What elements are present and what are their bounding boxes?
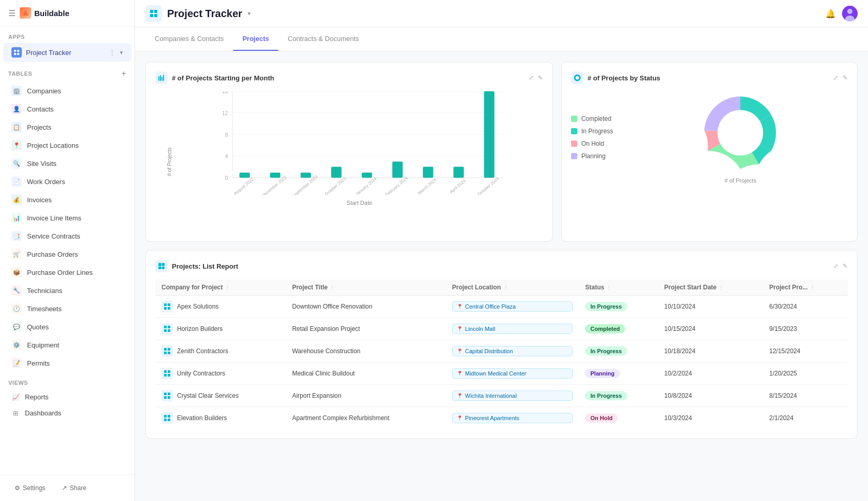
sidebar-item-purchase-order-lines[interactable]: 📦 Purchase Order Lines [3, 263, 131, 281]
status-badge: Completed [585, 324, 625, 333]
cell-location: 📍 Lincoln Mall [446, 318, 579, 340]
donut-chart-expand-icon[interactable]: ⤢ [833, 74, 838, 81]
sidebar-item-reports[interactable]: 📈 Reports [3, 389, 131, 405]
sidebar-item-projects[interactable]: 📋 Projects [3, 118, 131, 136]
cell-location: 📍 Central Office Plaza [446, 296, 579, 318]
status-badge: In Progress [585, 302, 627, 311]
tab-contracts-documents[interactable]: Contracts & Documents [278, 27, 368, 51]
col-status-menu[interactable]: ⋮ [606, 285, 612, 290]
svg-rect-34 [453, 167, 464, 178]
list-report-edit-icon[interactable]: ✎ [843, 262, 848, 270]
cell-location: 📍 Capital Distribution [446, 340, 579, 363]
sidebar-item-companies[interactable]: 🏢 Companies [3, 82, 131, 100]
svg-rect-63 [164, 370, 167, 373]
location-name: Lincoln Mall [465, 326, 495, 332]
timesheets-icon: 🕐 [11, 303, 22, 314]
sidebar-item-label: Technicians [27, 287, 62, 295]
legend-label-planning: Planning [581, 152, 606, 160]
sidebar-item-project-locations[interactable]: 📍 Project Locations [3, 136, 131, 154]
company-avatar [161, 390, 173, 401]
svg-rect-52 [168, 303, 170, 306]
svg-rect-74 [168, 419, 170, 421]
svg-rect-49 [158, 267, 161, 269]
bar-chart-title: # of Projects Starting per Month [172, 74, 274, 82]
brand-logo: Buildable [20, 7, 70, 19]
sidebar-item-quotes[interactable]: 💬 Quotes [3, 318, 131, 336]
col-project-title: Project Title ⋮ [286, 280, 446, 296]
svg-text:October 2023: October 2023 [323, 176, 347, 195]
location-name: Central Office Plaza [465, 303, 516, 310]
sidebar-item-invoices[interactable]: 💰 Invoices [3, 191, 131, 208]
table-row[interactable]: Horizon Builders Retail Expansion Projec… [155, 318, 848, 340]
hamburger-icon[interactable]: ☰ [8, 8, 16, 18]
sidebar-item-equipment[interactable]: ⚙️ Equipment [3, 336, 131, 354]
table-row[interactable]: Unity Contractors Medical Clinic Buildou… [155, 363, 848, 385]
svg-rect-65 [164, 374, 167, 377]
topbar-title: Project Tracker [167, 8, 242, 20]
location-name: Wichita International [465, 393, 517, 399]
donut-chart-edit-icon[interactable]: ✎ [843, 74, 848, 81]
tab-projects[interactable]: Projects [233, 27, 278, 51]
sidebar-item-invoice-line-items[interactable]: 📊 Invoice Line Items [3, 209, 131, 227]
donut-legend: Completed In Progress On Hold [571, 115, 623, 160]
reports-label: Reports [25, 393, 49, 401]
app-item-project-tracker[interactable]: Project Tracker ⋮ ▾ [3, 43, 131, 62]
cell-location: 📍 Pinecrest Apartments [446, 407, 579, 429]
svg-rect-72 [168, 415, 170, 418]
app-item-chevron[interactable]: ▾ [120, 49, 123, 56]
svg-rect-61 [164, 352, 167, 354]
sidebar-item-dashboards[interactable]: ⊞ Dashboards [3, 406, 131, 421]
share-button[interactable]: ↗ Share [56, 481, 92, 495]
location-icon: 📍 [457, 415, 463, 421]
col-pro-menu[interactable]: ⋮ [810, 285, 815, 290]
bar-chart-edit-icon[interactable]: ✎ [538, 74, 543, 81]
location-icon: 📍 [457, 393, 463, 398]
sidebar-item-label: Equipment [27, 341, 59, 349]
sidebar-item-label: Invoices [27, 196, 52, 204]
table-row[interactable]: Apex Solutions Downtown Office Renovatio… [155, 296, 848, 318]
svg-rect-62 [168, 352, 170, 354]
list-report-expand-icon[interactable]: ⤢ [833, 262, 838, 270]
sidebar-item-service-contracts[interactable]: 📑 Service Contracts [3, 227, 131, 245]
user-avatar[interactable] [842, 6, 858, 21]
sidebar-item-label: Purchase Order Lines [27, 269, 92, 276]
sidebar-item-purchase-orders[interactable]: 🛒 Purchase Orders [3, 245, 131, 263]
col-title-menu[interactable]: ⋮ [330, 285, 335, 290]
table-row[interactable]: Crystal Clear Services Airport Expansion… [155, 385, 848, 407]
table-row[interactable]: Elevation Builders Apartment Complex Ref… [155, 407, 848, 429]
location-icon: 📍 [457, 371, 463, 376]
svg-rect-47 [158, 263, 161, 266]
topbar-chevron[interactable]: ▾ [248, 10, 251, 17]
col-start-menu[interactable]: ⋮ [718, 285, 724, 290]
status-badge: In Progress [585, 346, 627, 356]
tab-companies-contacts[interactable]: Companies & Contacts [145, 27, 233, 51]
content-area: # of Projects Starting per Month ⤢ ✎ # o… [135, 51, 868, 501]
sidebar-item-contacts[interactable]: 👤 Contacts [3, 100, 131, 118]
bar-chart-expand-icon[interactable]: ⤢ [528, 74, 534, 81]
svg-rect-14 [161, 77, 162, 81]
legend-dot-completed [571, 116, 577, 122]
svg-text:January 2024: January 2024 [354, 176, 377, 195]
cell-status: In Progress [579, 340, 658, 363]
svg-text:8: 8 [225, 132, 228, 138]
share-icon: ↗ [62, 484, 67, 492]
cell-start-date: 10/3/2024 [658, 407, 763, 429]
col-company-menu[interactable]: ⋮ [225, 285, 230, 290]
sidebar-item-site-visits[interactable]: 🔍 Site Visits [3, 155, 131, 172]
sidebar-item-technicians[interactable]: 🔧 Technicians [3, 282, 131, 299]
col-location-menu[interactable]: ⋮ [503, 285, 508, 290]
app-item-dots[interactable]: ⋮ [108, 48, 116, 57]
table-row[interactable]: Zenith Contractors Warehouse Constructio… [155, 340, 848, 363]
svg-point-46 [717, 110, 763, 156]
cell-status: In Progress [579, 296, 658, 318]
add-table-button[interactable]: + [121, 69, 126, 78]
sidebar-item-timesheets[interactable]: 🕐 Timesheets [3, 300, 131, 317]
notification-icon[interactable]: 🔔 [825, 9, 836, 19]
cell-title: Warehouse Construction [286, 340, 446, 363]
col-company: Company for Project ⋮ [155, 280, 286, 296]
legend-label-onhold: On Hold [581, 140, 604, 147]
settings-button[interactable]: ⚙ Settings [8, 481, 51, 495]
cell-end-date: 12/15/2024 [763, 340, 848, 363]
sidebar-item-work-orders[interactable]: 📄 Work Orders [3, 173, 131, 190]
sidebar-item-permits[interactable]: 📝 Permits [3, 354, 131, 372]
